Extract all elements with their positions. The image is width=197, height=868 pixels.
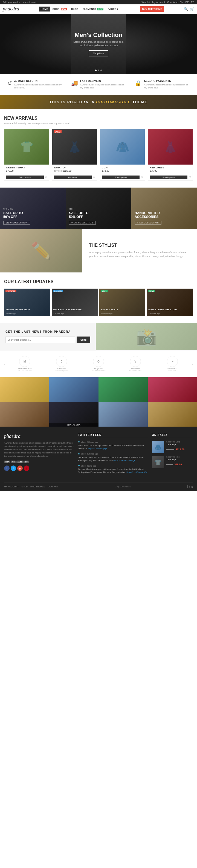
buy-theme-button[interactable]: BUY THE THEME [140,6,164,12]
product-coat-image: 🧥 [100,129,145,164]
footer-twitter-col: TWITTER FEED 🐦 about 20 hours ago Don't … [78,433,148,476]
brand-motorheads[interactable]: M MOTORHEADS est. 1972 New York [14,356,36,372]
hero-dot-3[interactable] [100,69,102,71]
product-tanktop-wishlist-icon[interactable]: ♡ [93,176,95,179]
newsletter-email-input[interactable] [5,337,75,343]
instagram-item-3[interactable] [98,377,148,402]
brands-next-button[interactable]: › [190,362,194,366]
twitter-item-1: 🐦 about 20 hours ago Don't Miss Our Holi… [78,441,148,450]
instagram-item-8[interactable] [148,402,197,427]
twitter-bird-icon-1: 🐦 [78,441,80,443]
hero-title: Men's Collection [71,31,126,39]
twitter-icon[interactable]: t [11,465,16,471]
product-tshirt-wishlist-icon[interactable]: ♡ [45,176,47,179]
topbar-lang3[interactable]: ES [191,1,194,4]
sale-men-label: MEN [69,208,96,210]
lock-icon: 🔒 [135,80,142,87]
topbar-lang2[interactable]: DE [185,1,189,4]
footer-nav-shop[interactable]: SHOP [21,486,28,488]
sale-hand-content: HANDCRAFTEDACCESSORIES VIEW COLLECTION [135,210,161,225]
update-card-4[interactable]: NEWS NOBLE DENIM: THE STORY 2 months ago [147,288,193,316]
product-coat-wishlist-icon[interactable]: ♡ [141,176,143,179]
update-card-1[interactable]: FEATURED WINTER #INSPIRATION 1 week ago [4,288,51,316]
twitter-link-3[interactable]: https://t.co/GmzwcVM [126,471,147,473]
updates-section: OUR LATEST UPDATES FEATURED WINTER #INSP… [0,273,197,323]
product-dress-wishlist-icon[interactable]: ♡ [189,176,191,179]
sale-hand-btn[interactable]: VIEW COLLECTION [135,221,161,224]
brand-calliothis[interactable]: C Calliothis your brand partner [51,356,72,372]
new-arrivals-title: NEW ARRIVALS [4,116,193,121]
tanktop-icon: 👗 [68,141,81,153]
instagram-item-7[interactable] [98,402,148,427]
footer-pi-icon[interactable]: p [191,485,193,488]
product-coat-name: COAT [102,166,143,169]
sale-banner-women[interactable]: WOMEN SALE UP TO50% OFF VIEW COLLECTION [0,188,66,229]
cart-icon[interactable]: 🛒 [190,7,194,11]
brand-denim-co-sub: since 1989 [168,370,176,372]
newsletter-send-button[interactable]: Send [77,337,90,343]
product-tanktop-info: TANK TOP $179.00 $129.00 [52,164,97,174]
googleplus-icon[interactable]: g [17,465,23,471]
topbar-account[interactable]: My Account [152,1,165,4]
search-icon[interactable]: 🔍 [184,7,188,11]
instagram-item-2[interactable] [49,377,98,402]
pinterest-icon[interactable]: p [24,465,29,471]
hero-shop-button[interactable]: Shop Now [89,51,108,56]
brand-originals[interactable]: O Originals DENIM COMPANY [88,356,109,372]
refresh-icon: ↺ [7,80,12,87]
footer-sale-item-1[interactable]: 🧥 Shop Your Style Tank Top $158.00 $129.… [152,441,193,453]
feature-delivery-title: FAST DELIVERY [80,80,126,83]
twitter-link-2[interactable]: https://t.co/GV5n8RQK [113,459,135,462]
logo[interactable]: phaedra [3,6,19,12]
stylist-image: ✏️ [0,229,82,273]
twitter-link-1[interactable]: https://t.co/AqkrjXj8 [88,447,107,450]
update-card-3[interactable]: NEWS SAARAN PANTS 2 months ago [99,288,145,316]
product-tshirt: 👕 GREEN T-SHIRT $75.00 Select options ♡ [4,129,49,181]
footer-sale-item-2-prices: $38.00 $29.00 [166,461,193,466]
brands-prev-button[interactable]: ‹ [3,362,7,366]
product-coat-price: $73.00 [102,169,143,172]
nav-blog[interactable]: BLOG [69,7,80,11]
instagram-item-1[interactable] [0,377,49,402]
topbar-wishlist[interactable]: Wishlist [141,1,150,4]
hero-dot-2[interactable] [98,69,99,71]
footer-fb-icon[interactable]: f [187,485,188,488]
sale-item-2-icon: 👕 [155,459,161,465]
nav-shop[interactable]: SHOP NEW [51,7,69,11]
sale-men-title: SALE UP TO50% OFF [69,211,96,219]
nav-elements[interactable]: ELEMENTS NEW [81,7,105,11]
product-coat-btn[interactable]: Select options [102,176,139,179]
brand-motorheads-icon: M [19,356,30,367]
sale-banner-handcrafted[interactable]: HANDCRAFTEDACCESSORIES VIEW COLLECTION [131,188,197,229]
product-dress-btn[interactable]: Select options [150,176,188,179]
sale-men-btn[interactable]: VIEW COLLECTION [69,221,96,224]
sale-women-btn[interactable]: VIEW COLLECTION [3,221,30,224]
topbar-lang1[interactable]: EN [180,1,183,4]
product-coat-info: COAT $73.00 [100,164,145,174]
footer-nav-account[interactable]: MY ACCOUNT [4,486,19,488]
topbar-checkout[interactable]: Checkout [167,1,177,4]
footer-nav-paid[interactable]: PAID THEMES [30,486,45,488]
feature-return-content: 30 DAYS RETURN A wonderful serenity has … [14,80,62,89]
brand-denim-co[interactable]: DC DENIM CO since 1989 [161,356,183,372]
product-dress: 👗 RED DRESS $75.00 Select options ♡ [148,129,193,181]
product-tshirt-btn[interactable]: Select options [6,176,44,179]
footer-sale-item-2[interactable]: 👕 Shop Your Nike Tank Top $38.00 $29.00 [152,456,193,468]
update-card-2[interactable]: GALLERY BACKSTAGE AT PHAEDRA 1 month ago [52,288,98,316]
product-tanktop-btn[interactable]: Add to cart [54,176,92,179]
feature-delivery: 🚚 FAST DELIVERY A wonderful serenity has… [71,80,126,89]
footer-sale-item-1-label: Shop Your Style [166,441,193,443]
update-badge-gallery: GALLERY [53,290,63,292]
instagram-item-5[interactable] [0,402,49,427]
nav-pages[interactable]: PAGES ▾ [106,7,120,11]
instagram-item-4[interactable] [148,377,197,402]
brand-vintages[interactable]: V VINTAGES DALH DESIGNS [125,356,146,372]
footer-tw-icon[interactable]: t [189,485,190,488]
nav-home[interactable]: HOME [39,7,50,11]
instagram-item-6[interactable]: @phaedra [49,402,98,427]
hero-dot-1[interactable] [95,69,97,71]
sale-women-title: SALE UP TO50% OFF [3,211,30,219]
sale-banner-men[interactable]: MEN SALE UP TO50% OFF VIEW COLLECTION [66,188,131,229]
footer-nav-contact[interactable]: CONTACT [47,486,58,488]
facebook-icon[interactable]: f [4,465,9,471]
